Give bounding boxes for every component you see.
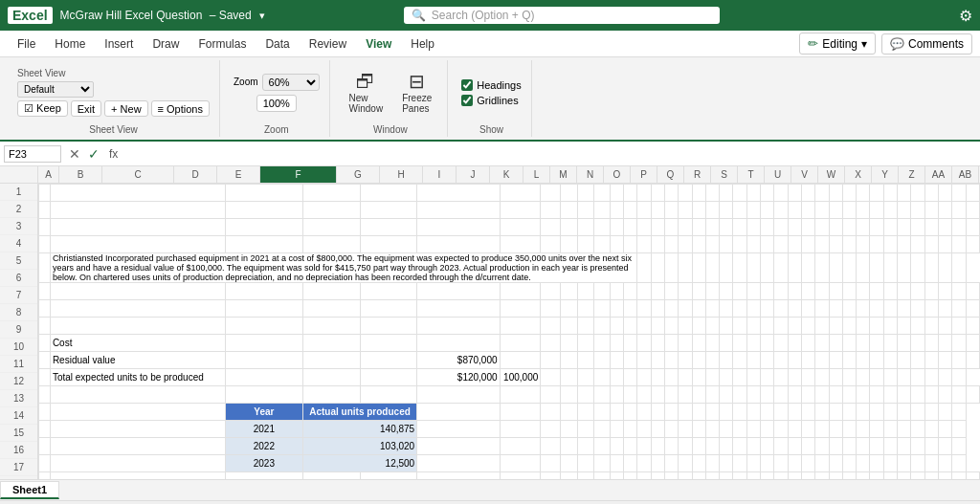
table-row xyxy=(39,236,980,253)
excel-logo: Excel xyxy=(8,7,53,24)
menu-view[interactable]: View xyxy=(356,33,401,55)
gridlines-checkbox-label[interactable]: Gridlines xyxy=(461,95,521,106)
search-placeholder: Search (Option + Q) xyxy=(432,9,535,22)
new-window-button[interactable]: 🗗 NewWindow xyxy=(344,69,390,117)
search-icon: 🔍 xyxy=(412,9,426,22)
options-button[interactable]: ≡ Options xyxy=(151,100,210,117)
editing-dropdown-icon: ▾ xyxy=(861,37,867,51)
col-header-m: M xyxy=(550,166,577,183)
cell-d14-units[interactable]: 140,875 xyxy=(302,421,416,438)
cell-g11-value[interactable]: 100,000 xyxy=(500,369,541,386)
cell-d13-units-header[interactable]: Actual units produced xyxy=(302,404,416,421)
menu-home[interactable]: Home xyxy=(45,33,95,55)
menu-insert[interactable]: Insert xyxy=(95,33,143,55)
formula-input[interactable] xyxy=(123,147,976,161)
col-header-y: Y xyxy=(872,166,899,183)
keep-button[interactable]: ☑ Keep xyxy=(17,100,68,117)
column-headers: A B C D E F G H I J K L M N O P Q R S T … xyxy=(0,166,980,184)
ribbon-group-show: Headings Gridlines Show xyxy=(452,60,531,137)
cell-f10-value[interactable]: $870,000 xyxy=(417,352,500,369)
cell-b9-cost[interactable]: Cost xyxy=(50,335,225,352)
comments-label: Comments xyxy=(908,37,964,51)
zoom-select[interactable]: 60%75%100% xyxy=(262,74,320,91)
exit-button[interactable]: Exit xyxy=(71,100,101,117)
table-row: Year Actual units produced xyxy=(39,404,980,421)
new-window-label: NewWindow xyxy=(349,93,384,114)
col-header-l: L xyxy=(523,166,550,183)
title-saved: Saved xyxy=(219,9,252,22)
formula-enter-button[interactable]: ✓ xyxy=(84,146,103,162)
col-header-c: C xyxy=(102,166,174,183)
col-header-g: G xyxy=(337,166,380,183)
table-row xyxy=(39,219,980,236)
col-header-r: R xyxy=(684,166,711,183)
row-num-13: 13 xyxy=(0,390,37,407)
sheet-view-dropdown[interactable]: Default xyxy=(17,81,94,98)
table-row xyxy=(39,318,980,335)
ribbon-group-zoom: Zoom 60%75%100% 100% Zoom xyxy=(224,60,330,137)
cell-reference[interactable] xyxy=(4,145,61,163)
cell-a13[interactable] xyxy=(39,404,51,421)
cell-d16-units[interactable]: 12,500 xyxy=(302,455,416,472)
row-num-7: 7 xyxy=(0,287,37,304)
headings-checkbox-label[interactable]: Headings xyxy=(461,79,521,91)
col-header-ab: AB xyxy=(952,166,979,183)
grid-body: 1 2 3 4 5 6 7 8 9 10 11 12 13 14 15 16 1… xyxy=(0,184,980,479)
table-row: Residual value $870,000 xyxy=(39,352,980,369)
table-row xyxy=(39,283,980,300)
new-sheetview-button[interactable]: + New xyxy=(104,100,148,117)
ribbon-group-window: 🗗 NewWindow ⊟ FreezePanes Window xyxy=(334,60,449,137)
cell-a11[interactable] xyxy=(39,369,51,386)
sheet-view-group-label: Sheet View xyxy=(17,68,65,78)
ribbon: Sheet View Default ☑ Keep Exit + New ≡ O… xyxy=(0,57,980,142)
corner-header xyxy=(0,166,38,183)
ribbon-group-sheetview: Sheet View Default ☑ Keep Exit + New ≡ O… xyxy=(8,60,220,137)
menu-review[interactable]: Review xyxy=(300,33,356,55)
gridlines-checkbox[interactable] xyxy=(461,95,473,106)
menu-formulas[interactable]: Formulas xyxy=(189,33,256,55)
row-num-3: 3 xyxy=(0,218,37,235)
search-bar[interactable]: 🔍 Search (Option + Q) xyxy=(404,7,720,24)
grid-cells[interactable]: Christiansted Incorporated purchased equ… xyxy=(38,184,980,479)
row-num-5: 5 xyxy=(0,252,37,270)
cell-c16-2023[interactable]: 2023 xyxy=(225,455,302,472)
cell-b5-description[interactable]: Christiansted Incorporated purchased equ… xyxy=(50,253,637,283)
new-window-icon: 🗗 xyxy=(356,72,375,91)
col-header-aa: AA xyxy=(925,166,952,183)
cell-c15-2022[interactable]: 2022 xyxy=(225,438,302,455)
menu-help[interactable]: Help xyxy=(401,33,444,55)
freeze-panes-button[interactable]: ⊟ FreezePanes xyxy=(396,69,437,117)
cell-b10-residual[interactable]: Residual value xyxy=(50,352,225,369)
menu-data[interactable]: Data xyxy=(256,33,299,55)
menu-draw[interactable]: Draw xyxy=(143,33,189,55)
comments-button[interactable]: 💬 Comments xyxy=(881,33,972,55)
formula-fx-label: fx xyxy=(103,147,123,161)
table-row: 2023 12,500 xyxy=(39,455,980,472)
freeze-panes-label: FreezePanes xyxy=(402,93,432,114)
menu-bar: File Home Insert Draw Formulas Data Revi… xyxy=(0,31,980,57)
settings-icon[interactable]: ⚙ xyxy=(959,7,972,25)
cell-a10[interactable] xyxy=(39,352,51,369)
table-row: 2022 103,020 xyxy=(39,438,980,455)
col-header-z: Z xyxy=(899,166,925,183)
cell-a9[interactable] xyxy=(39,335,51,352)
horizontal-scrollbar[interactable] xyxy=(0,500,980,504)
row-num-11: 11 xyxy=(0,356,37,373)
title-dropdown-icon[interactable]: ▾ xyxy=(259,10,265,22)
cell-c13-year-header[interactable]: Year xyxy=(225,404,302,421)
formula-cancel-button[interactable]: ✕ xyxy=(65,146,84,162)
cell-d15-units[interactable]: 103,020 xyxy=(302,438,416,455)
row-num-1: 1 xyxy=(0,184,37,201)
editing-button[interactable]: ✏ Editing ▾ xyxy=(799,33,876,55)
cell-a5[interactable] xyxy=(39,253,51,283)
zoom-100-button[interactable]: 100% xyxy=(256,95,297,112)
sheet-tab-sheet1[interactable]: Sheet1 xyxy=(0,481,59,499)
cell-b11-units[interactable]: Total expected units to be produced xyxy=(50,369,225,386)
cell-f11-value[interactable]: $120,000 xyxy=(417,369,500,386)
row-num-6: 6 xyxy=(0,270,37,287)
menu-file[interactable]: File xyxy=(8,33,45,55)
cell-c14-2021[interactable]: 2021 xyxy=(225,421,302,438)
cell-b13[interactable] xyxy=(50,404,225,421)
col-header-u: U xyxy=(765,166,791,183)
headings-checkbox[interactable] xyxy=(461,79,473,91)
